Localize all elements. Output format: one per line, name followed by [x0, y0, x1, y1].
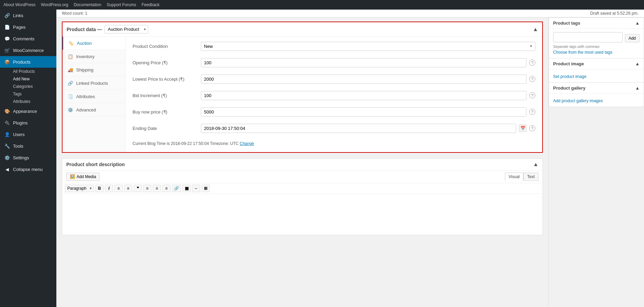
ending-date-help-icon[interactable]: ? [529, 125, 535, 131]
product-condition-control: New Used Refurbished [201, 42, 535, 51]
sidebar-item-users[interactable]: 👤 Users [0, 129, 56, 140]
sidebar-sub-categories[interactable]: Categories [0, 83, 56, 90]
short-description-title: Product short description [66, 162, 125, 167]
opening-price-help-icon[interactable]: ? [529, 59, 535, 66]
topbar-feedback[interactable]: Feedback [141, 2, 160, 7]
sidebar-item-links[interactable]: 🔗 Links [0, 10, 56, 21]
product-data-header: Product data — Auction Product Simple pr… [63, 22, 542, 37]
woocommerce-icon: 🛒 [4, 47, 10, 53]
bid-increment-label: Bid Increment (₹) [133, 93, 201, 98]
plugins-icon: 🔌 [4, 120, 10, 126]
layout: 🔗 Links 📄 Pages 💬 Comments 🛒 WooCommerce… [0, 10, 644, 307]
lowest-price-input[interactable] [201, 75, 526, 84]
visual-tab[interactable]: Visual [505, 173, 523, 181]
product-type-select[interactable]: Auction Product Simple product Variable … [105, 25, 148, 34]
product-tags-header: Product tags ▲ [549, 18, 644, 29]
sidebar-item-plugins[interactable]: 🔌 Plugins [0, 117, 56, 129]
sidebar-item-woocommerce[interactable]: 🛒 WooCommerce [0, 44, 56, 56]
sidebar-collapse-menu[interactable]: ◀ Collapse menu [0, 163, 56, 175]
tab-auction[interactable]: 🏷️ Auction [63, 37, 125, 50]
draft-saved-label: Draft saved at 5:52:26 pm. [590, 11, 639, 16]
italic-button[interactable]: I [105, 185, 113, 192]
blog-time-change-link[interactable]: Change [240, 141, 254, 146]
editor-content-area[interactable] [62, 194, 543, 235]
sidebar-item-appearance[interactable]: 🎨 Appearance [0, 105, 56, 117]
lowest-price-row: Lowest Price to Accept (₹) ? [133, 74, 535, 84]
unordered-list-button[interactable]: ≡ [114, 185, 123, 192]
lowest-price-help-icon[interactable]: ? [529, 76, 535, 82]
sidebar-item-comments[interactable]: 💬 Comments [0, 33, 56, 44]
paragraph-select-wrapper[interactable]: Paragraph [65, 185, 94, 192]
product-gallery-collapse-icon[interactable]: ▲ [635, 85, 640, 91]
align-right-button[interactable]: ≡ [162, 185, 170, 192]
tab-inventory[interactable]: 📋 Inventory [63, 50, 125, 63]
opening-price-input[interactable] [201, 58, 526, 67]
sidebar-item-products[interactable]: 📦 Products [0, 56, 56, 68]
product-tags-collapse-icon[interactable]: ▲ [635, 21, 640, 26]
product-image-collapse-icon[interactable]: ▲ [635, 61, 640, 66]
sidebar-sub-attributes[interactable]: Attributes [0, 98, 56, 105]
tab-attributes[interactable]: 🗒️ Attributes [63, 90, 125, 103]
advanced-tab-icon: ⚙️ [67, 107, 73, 113]
blockquote-button[interactable]: ❝ [134, 185, 142, 192]
content-area: Product data — Auction Product Simple pr… [56, 17, 644, 307]
grid-button[interactable]: ⊞ [202, 185, 210, 192]
main-area: Word count: 1 Draft saved at 5:52:26 pm.… [56, 10, 644, 307]
fullscreen-button[interactable]: ↔ [192, 185, 200, 192]
sidebar: 🔗 Links 📄 Pages 💬 Comments 🛒 WooCommerce… [0, 10, 56, 307]
visual-text-tabs: Visual Text [505, 173, 538, 181]
ending-date-input[interactable] [201, 124, 516, 133]
product-tags-input[interactable] [553, 32, 623, 42]
topbar-wporg[interactable]: WordPress.org [41, 2, 68, 7]
add-gallery-images-link[interactable]: Add product gallery images [553, 98, 640, 103]
bid-increment-help-icon[interactable]: ? [529, 92, 535, 98]
product-condition-label: Product Condition [133, 44, 201, 49]
buy-now-price-help-icon[interactable]: ? [529, 109, 535, 115]
add-media-icon: 🖼️ [70, 174, 75, 179]
product-tags-title: Product tags [553, 21, 580, 26]
shipping-tab-icon: 🚚 [67, 67, 73, 73]
sidebar-item-pages[interactable]: 📄 Pages [0, 21, 56, 33]
add-media-button[interactable]: 🖼️ Add Media [66, 173, 100, 181]
top-bar: About WordPress WordPress.org Documentat… [0, 0, 644, 10]
buy-now-price-control: ? [201, 107, 535, 117]
buy-now-price-input[interactable] [201, 107, 526, 117]
lowest-price-control: ? [201, 75, 535, 84]
topbar-about[interactable]: About WordPress [3, 2, 36, 7]
bid-increment-input[interactable] [201, 91, 526, 100]
align-left-button[interactable]: ≡ [143, 185, 151, 192]
topbar-docs[interactable]: Documentation [74, 2, 101, 7]
short-description-collapse-btn[interactable]: ▲ [533, 161, 538, 168]
align-center-button[interactable]: ≡ [153, 185, 161, 192]
link-button[interactable]: 🔗 [172, 185, 181, 192]
linked-products-tab-icon: 🔗 [67, 80, 73, 86]
product-condition-select[interactable]: New Used Refurbished [201, 42, 535, 51]
product-data-collapse-btn[interactable]: ▲ [533, 26, 538, 32]
sidebar-sub-add-new[interactable]: Add New [0, 75, 56, 83]
opening-price-row: Opening Price (₹) ? [133, 57, 535, 68]
set-product-image-link[interactable]: Set product image [553, 74, 640, 79]
opening-price-label: Opening Price (₹) [133, 60, 201, 65]
sidebar-sub-all-products[interactable]: All Products [0, 68, 56, 75]
sidebar-item-tools[interactable]: 🔧 Tools [0, 140, 56, 152]
sidebar-sub-tags[interactable]: Tags [0, 90, 56, 98]
paragraph-select[interactable]: Paragraph [65, 185, 94, 192]
word-count-label: Word count: 1 [62, 11, 87, 16]
calendar-icon[interactable]: 📅 [519, 124, 526, 132]
topbar-support[interactable]: Support Forums [107, 2, 136, 7]
right-sidebar: Product tags ▲ Add Separate tags with co… [548, 17, 644, 307]
users-icon: 👤 [4, 131, 10, 137]
tab-linked-products[interactable]: 🔗 Linked Products [63, 77, 125, 90]
tab-advanced[interactable]: ⚙️ Advanced [63, 103, 125, 117]
product-type-selector[interactable]: Auction Product Simple product Variable … [105, 25, 148, 34]
text-tab[interactable]: Text [523, 173, 538, 181]
ordered-list-button[interactable]: ≡ [124, 185, 132, 192]
product-tags-add-button[interactable]: Add [625, 34, 640, 42]
product-tags-choose-link[interactable]: Choose from the most used tags [553, 50, 640, 55]
bold-button[interactable]: B [95, 185, 104, 192]
product-condition-select-wrap[interactable]: New Used Refurbished [201, 42, 535, 51]
tab-shipping[interactable]: 🚚 Shipping [63, 63, 125, 77]
table-button[interactable]: ▦ [182, 185, 191, 192]
product-data-fields: Product Condition New Used Refurbished [126, 37, 542, 152]
sidebar-item-settings[interactable]: ⚙️ Settings [0, 152, 56, 163]
